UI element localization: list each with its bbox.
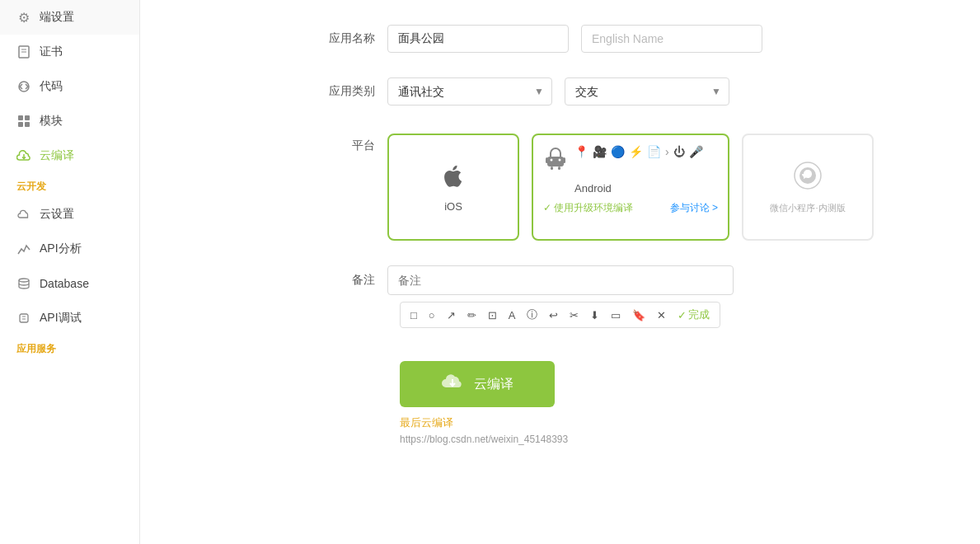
mic-icon: 🎤 bbox=[689, 145, 703, 158]
remark-input[interactable] bbox=[387, 265, 734, 295]
cloud-settings-icon bbox=[16, 207, 31, 222]
toolbar-download-btn[interactable]: ⬇ bbox=[587, 307, 603, 323]
toolbar-image-btn[interactable]: ⊡ bbox=[485, 307, 500, 323]
sidebar-item-api-debug-label: API调试 bbox=[40, 311, 82, 326]
toolbar-bookmark-btn[interactable]: 🔖 bbox=[629, 307, 649, 323]
app-category-controls: 通讯社交 工具 生活服务 购物 娱乐 ▼ 交友 聊天 论坛 ▼ bbox=[387, 77, 931, 106]
sidebar-item-module-label: 模块 bbox=[40, 114, 63, 129]
svg-rect-20 bbox=[551, 166, 553, 170]
compile-button-label: 云编译 bbox=[474, 376, 513, 393]
toolbar-done-label: 完成 bbox=[688, 307, 710, 322]
toolbar-scissors-btn[interactable]: ✂ bbox=[566, 307, 582, 323]
platform-ios-card[interactable]: iOS bbox=[387, 134, 519, 241]
app-name-controls bbox=[387, 25, 931, 53]
main-content: 应用名称 应用类别 通讯社交 工具 生活服务 购物 娱乐 ▼ bbox=[140, 0, 980, 544]
sidebar-item-cloud-compile[interactable]: 云编译 bbox=[0, 138, 139, 173]
cloud-compile-icon bbox=[16, 148, 31, 163]
file-icon: 📄 bbox=[647, 145, 661, 158]
svg-rect-19 bbox=[563, 157, 565, 163]
wechat-mini-icon bbox=[793, 161, 823, 197]
app-category-row: 应用类别 通讯社交 工具 生活服务 购物 娱乐 ▼ 交友 聊天 bbox=[321, 77, 931, 106]
last-compile-text: 最后云编译 bbox=[400, 415, 453, 430]
app-name-row: 应用名称 bbox=[321, 25, 931, 53]
android-feature-icons: 📍 🎥 🔵 ⚡ 📄 › ⏻ 🎤 bbox=[574, 145, 703, 158]
compile-button[interactable]: 云编译 bbox=[400, 361, 555, 407]
svg-point-16 bbox=[550, 152, 551, 154]
sidebar-item-settings[interactable]: ⚙ 端设置 bbox=[0, 0, 139, 35]
svg-point-9 bbox=[19, 279, 29, 282]
compile-cloud-icon bbox=[441, 373, 464, 396]
toolbar-done-btn[interactable]: ✓ 完成 bbox=[674, 306, 713, 324]
android-compile-check: ✓ 使用升级环境编译 bbox=[543, 201, 633, 215]
android-card-top: 📍 🎥 🔵 ⚡ 📄 › ⏻ 🎤 bbox=[543, 143, 718, 177]
svg-rect-7 bbox=[25, 122, 30, 127]
api-debug-icon bbox=[16, 311, 31, 326]
toolbar-text-btn[interactable]: A bbox=[505, 307, 519, 323]
android-robot-icon bbox=[543, 147, 568, 177]
android-footer: ✓ 使用升级环境编译 参与讨论 > bbox=[543, 201, 718, 215]
app-name-english-input[interactable] bbox=[581, 25, 762, 53]
platform-cards: iOS bbox=[387, 134, 931, 241]
cert-icon bbox=[16, 45, 31, 59]
sidebar-item-cloud-settings-label: 云设置 bbox=[40, 207, 74, 222]
svg-rect-13 bbox=[547, 157, 564, 166]
platform-wechat-card[interactable]: 微信小程序·内测版 bbox=[742, 134, 874, 241]
sidebar-item-code-label: 代码 bbox=[40, 79, 63, 94]
app-name-input[interactable] bbox=[387, 25, 569, 53]
svg-point-15 bbox=[559, 159, 561, 162]
app-name-label: 应用名称 bbox=[321, 31, 387, 46]
app-category-select[interactable]: 通讯社交 工具 生活服务 购物 娱乐 bbox=[387, 77, 552, 106]
bolt-icon: ⚡ bbox=[629, 145, 643, 158]
sidebar-item-api-debug[interactable]: API调试 bbox=[0, 301, 139, 335]
sidebar-item-settings-label: 端设置 bbox=[40, 10, 74, 25]
android-platform-name: Android bbox=[543, 182, 718, 195]
app-subcategory-select[interactable]: 交友 聊天 论坛 bbox=[565, 77, 729, 106]
app-category-label: 应用类别 bbox=[321, 84, 387, 99]
platform-label: 平台 bbox=[321, 134, 387, 153]
toolbar-rect-btn[interactable]: □ bbox=[407, 307, 420, 323]
svg-rect-6 bbox=[18, 122, 23, 127]
code-icon bbox=[16, 79, 31, 94]
toolbar-close-btn[interactable]: ✕ bbox=[654, 307, 669, 323]
cloud-dev-section: 云开发 bbox=[0, 173, 139, 197]
toolbar-circle-btn[interactable]: ○ bbox=[425, 307, 438, 323]
module-icon bbox=[16, 114, 31, 129]
sidebar-item-database[interactable]: Database bbox=[0, 266, 139, 301]
sidebar: ⚙ 端设置 证书 代码 模块 云编译 云开发 云设置 API bbox=[0, 0, 140, 544]
remark-input-row: 备注 bbox=[321, 265, 734, 295]
blog-link: https://blog.csdn.net/weixin_45148393 bbox=[400, 434, 568, 445]
ios-apple-icon bbox=[440, 162, 467, 195]
sidebar-item-cert[interactable]: 证书 bbox=[0, 35, 139, 69]
toolbar-info-btn[interactable]: ⓘ bbox=[523, 306, 541, 324]
bluetooth-icon: 🔵 bbox=[611, 145, 625, 158]
database-icon bbox=[16, 276, 31, 291]
sidebar-item-cloud-settings[interactable]: 云设置 bbox=[0, 197, 139, 232]
sidebar-item-api-analysis[interactable]: API分析 bbox=[0, 232, 139, 266]
sidebar-item-cert-label: 证书 bbox=[40, 45, 63, 59]
remark-label: 备注 bbox=[321, 273, 387, 288]
svg-rect-10 bbox=[20, 314, 28, 322]
wechat-platform-name: 微信小程序·内测版 bbox=[770, 202, 845, 214]
power-icon: ⏻ bbox=[673, 145, 685, 158]
platform-android-card[interactable]: 📍 🎥 🔵 ⚡ 📄 › ⏻ 🎤 Android ✓ 使用升级环境编译 bbox=[532, 134, 729, 241]
svg-point-14 bbox=[551, 159, 553, 162]
content-area: 应用名称 应用类别 通讯社交 工具 生活服务 购物 娱乐 ▼ bbox=[140, 0, 980, 544]
svg-point-17 bbox=[560, 152, 561, 154]
toolbar-undo-btn[interactable]: ↩ bbox=[546, 307, 561, 323]
toolbar-panel-btn[interactable]: ▭ bbox=[607, 307, 624, 323]
android-discuss-link[interactable]: 参与讨论 > bbox=[670, 201, 718, 215]
sidebar-item-database-label: Database bbox=[40, 277, 89, 290]
sidebar-item-code[interactable]: 代码 bbox=[0, 69, 139, 104]
toolbar-arrow-btn[interactable]: ↗ bbox=[443, 307, 459, 323]
app-category-select-wrap: 通讯社交 工具 生活服务 购物 娱乐 ▼ bbox=[387, 77, 552, 106]
platform-row: 平台 iOS bbox=[321, 130, 931, 241]
toolbar-pen-btn[interactable]: ✏ bbox=[464, 307, 480, 323]
ios-platform-name: iOS bbox=[444, 200, 462, 213]
done-check-icon: ✓ bbox=[678, 309, 687, 321]
more-icon: › bbox=[665, 145, 669, 158]
sidebar-item-module[interactable]: 模块 bbox=[0, 104, 139, 138]
api-analysis-icon bbox=[16, 242, 31, 256]
app-service-section: 应用服务 bbox=[0, 335, 139, 359]
sidebar-item-api-analysis-label: API分析 bbox=[40, 242, 82, 256]
svg-rect-4 bbox=[18, 115, 23, 120]
